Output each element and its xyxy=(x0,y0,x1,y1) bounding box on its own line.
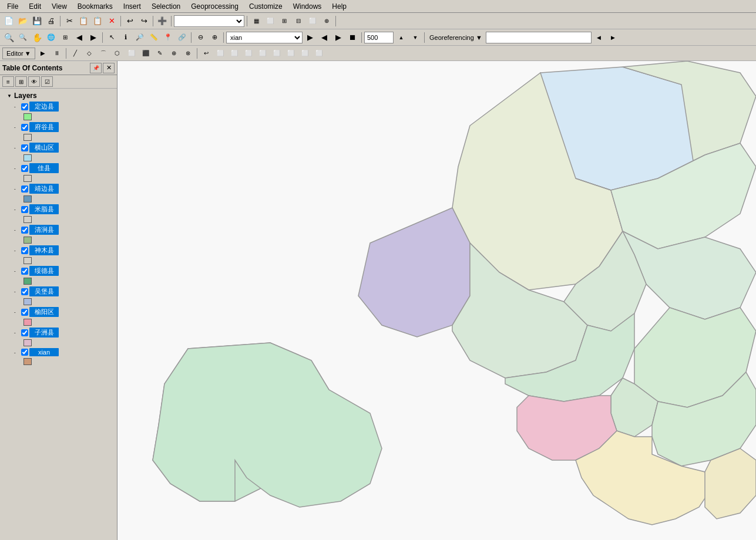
sketch-freehand-btn[interactable]: ✎ xyxy=(153,47,166,60)
zoom-in-full-btn[interactable]: ⊞ xyxy=(278,15,291,28)
zoom-in-btn[interactable]: 🔍 xyxy=(2,31,15,44)
layer-checkbox-11[interactable] xyxy=(21,329,28,336)
menu-windows[interactable]: Windows xyxy=(288,1,327,12)
find-btn[interactable]: 🔎 xyxy=(133,31,146,44)
edit-play-btn[interactable]: ▶ xyxy=(36,47,49,60)
edit-undo-btn[interactable]: ↩ xyxy=(200,47,213,60)
editor-dropdown-btn[interactable]: Editor ▼ xyxy=(2,48,35,59)
layer-play-btn[interactable]: ▶ xyxy=(304,31,317,44)
sketch-measure-btn[interactable]: ⊕ xyxy=(167,47,180,60)
layer-stop-btn[interactable]: ⏹ xyxy=(346,31,359,44)
layer-prev-btn[interactable]: ◀ xyxy=(318,31,331,44)
toc-pin-btn[interactable]: 📌 xyxy=(90,63,102,73)
layer-label-5[interactable]: 米脂县 xyxy=(29,204,59,214)
edit-box2-btn[interactable]: ⬜ xyxy=(228,47,241,60)
edit-box1-btn[interactable]: ⬜ xyxy=(214,47,227,60)
paste-btn[interactable]: 📋 xyxy=(91,15,104,28)
cut-btn[interactable]: ✂ xyxy=(63,15,76,28)
zoom-layer-btn[interactable]: ⊞ xyxy=(59,31,72,44)
scale-down-btn[interactable]: ▼ xyxy=(409,31,422,44)
add-data-btn[interactable]: ➕ xyxy=(156,15,169,28)
map-area[interactable] xyxy=(117,61,756,540)
edit-box6-btn[interactable]: ⬜ xyxy=(284,47,297,60)
toc-tab-source[interactable]: ⊞ xyxy=(15,76,27,87)
layer-label-4[interactable]: 靖边县 xyxy=(29,184,59,194)
zoom-next-btn[interactable]: ⊕ xyxy=(208,31,221,44)
layer-checkbox-7[interactable] xyxy=(21,247,28,254)
layer-checkbox-2[interactable] xyxy=(21,144,28,151)
menu-edit[interactable]: Edit xyxy=(24,1,46,12)
copy-btn[interactable]: 📋 xyxy=(77,15,90,28)
scale-up-btn[interactable]: ▲ xyxy=(395,31,408,44)
layer-collapse[interactable]: - xyxy=(14,350,20,355)
zoom-out-full-btn[interactable]: ⊟ xyxy=(292,15,305,28)
edit-box7-btn[interactable]: ⬜ xyxy=(298,47,311,60)
layer-next-btn[interactable]: ▶ xyxy=(332,31,345,44)
group-header[interactable]: ▼ Layers xyxy=(5,91,117,100)
sketch-arc-btn[interactable]: ◇ xyxy=(83,47,96,60)
print-btn[interactable]: 🖨 xyxy=(45,15,58,28)
pan-full-btn[interactable]: ⬜ xyxy=(306,15,319,28)
edit-pause-btn[interactable]: ⏸ xyxy=(51,47,63,60)
layer-collapse[interactable]: - xyxy=(14,289,20,294)
menu-view[interactable]: View xyxy=(47,1,72,12)
undo-btn[interactable]: ↩ xyxy=(123,15,136,28)
identify-btn[interactable]: ℹ xyxy=(119,31,132,44)
layer-collapse[interactable]: - xyxy=(14,207,20,212)
layer-label-10[interactable]: 榆阳区 xyxy=(29,307,59,317)
toc-tab-visibility[interactable]: 👁 xyxy=(28,76,40,87)
menu-customize[interactable]: Customize xyxy=(244,1,287,12)
layer-checkbox-12[interactable] xyxy=(21,349,28,356)
layer-label-3[interactable]: 佳县 xyxy=(29,163,59,173)
go-to-xy-btn[interactable]: 📍 xyxy=(162,31,174,44)
layer-collapse[interactable]: - xyxy=(14,227,20,232)
layer-checkbox-10[interactable] xyxy=(21,309,28,316)
layer-label-9[interactable]: 吴堡县 xyxy=(29,286,59,296)
layer-label-2[interactable]: 横山区 xyxy=(29,143,59,153)
sketch-rect-btn[interactable]: ⬜ xyxy=(125,47,138,60)
pan-btn[interactable]: ✋ xyxy=(31,31,43,44)
menu-insert[interactable]: Insert xyxy=(119,1,146,12)
back-extent-btn[interactable]: ◀ xyxy=(73,31,86,44)
layer-checkbox-8[interactable] xyxy=(21,268,28,275)
layer-checkbox-3[interactable] xyxy=(21,165,28,172)
layer-collapse[interactable]: - xyxy=(14,166,20,171)
sketch-node-btn[interactable]: ⊗ xyxy=(182,47,194,60)
zoom-prev-btn[interactable]: ⊖ xyxy=(194,31,207,44)
layer-collapse[interactable]: - xyxy=(14,104,20,109)
layer-collapse[interactable]: - xyxy=(14,124,20,130)
layer-label-8[interactable]: 绥德县 xyxy=(29,266,59,276)
georef-input[interactable] xyxy=(486,32,592,43)
zoom-out-btn[interactable]: 🔍 xyxy=(16,31,29,44)
redo-btn[interactable]: ↪ xyxy=(137,15,150,28)
sketch-poly-btn[interactable]: ⬡ xyxy=(111,47,124,60)
layer-checkbox-5[interactable] xyxy=(21,206,28,213)
georef-btn2[interactable]: ▶ xyxy=(607,31,620,44)
georef-btn1[interactable]: ◀ xyxy=(593,31,606,44)
layer-collapse[interactable]: - xyxy=(14,248,20,253)
full-extent-btn[interactable]: 🌐 xyxy=(45,31,58,44)
toc-tab-list[interactable]: ≡ xyxy=(2,76,14,87)
layer-collapse[interactable]: - xyxy=(14,330,20,335)
layer-checkbox-0[interactable] xyxy=(21,103,28,110)
select-btn[interactable]: ↖ xyxy=(105,31,118,44)
delete-btn[interactable]: ✕ xyxy=(105,15,118,28)
toc-tab-selection[interactable]: ☑ xyxy=(41,76,53,87)
edit-box3-btn[interactable]: ⬜ xyxy=(242,47,255,60)
map-scale-dropdown[interactable] xyxy=(174,15,244,27)
edit-box8-btn[interactable]: ⬜ xyxy=(313,47,325,60)
layer-label-6[interactable]: 清涧县 xyxy=(29,225,59,235)
new-btn[interactable]: 📄 xyxy=(2,15,15,28)
menu-bookmarks[interactable]: Bookmarks xyxy=(73,1,117,12)
sketch-line-btn[interactable]: ╱ xyxy=(69,47,82,60)
layer-collapse[interactable]: - xyxy=(14,145,20,150)
hyperlink-btn[interactable]: 🔗 xyxy=(176,31,189,44)
layer-label-12[interactable]: xian xyxy=(29,348,59,356)
sketch-ellipse-btn[interactable]: ⬛ xyxy=(139,47,152,60)
menu-geoprocessing[interactable]: Geoprocessing xyxy=(186,1,243,12)
layer-collapse[interactable]: - xyxy=(14,186,20,191)
save-btn[interactable]: 💾 xyxy=(31,15,43,28)
sketch-bezier-btn[interactable]: ⌒ xyxy=(97,47,110,60)
toc-close-btn[interactable]: ✕ xyxy=(103,63,115,73)
something-btn[interactable]: ⊕ xyxy=(320,15,333,28)
